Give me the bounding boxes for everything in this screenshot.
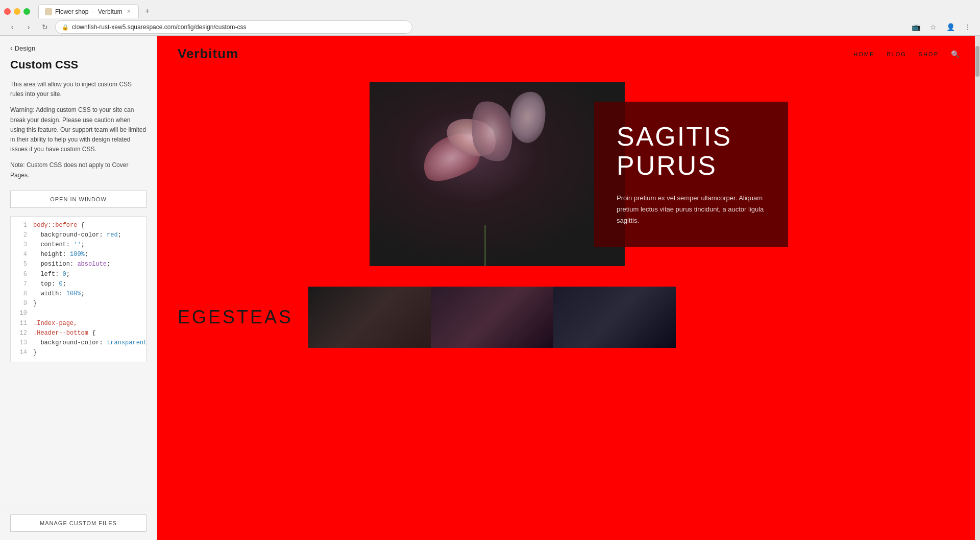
code-line: 5 position: absolute; <box>11 260 146 269</box>
hero-text-block: SAGITIS PURUS Proin pretium ex vel sempe… <box>594 102 788 247</box>
code-line: 1 body::before { <box>11 221 146 230</box>
flower-stem <box>484 225 486 266</box>
code-line: 3 content: ''; <box>11 240 146 250</box>
tab-bar: Flower shop — Verbitum × + <box>0 0 980 18</box>
sidebar-warning: Warning: Adding custom CSS to your site … <box>10 105 146 154</box>
site-logo: Verbitum <box>178 46 238 62</box>
bottom-thumbnails <box>308 287 676 348</box>
sidebar-header: ‹ Design <box>0 36 157 58</box>
back-to-design-link[interactable]: ‹ Design <box>10 44 35 52</box>
thumbnail-3 <box>553 287 676 348</box>
tab-close-button[interactable]: × <box>125 8 132 15</box>
address-bar-row: ‹ › ↻ 🔒 clownfish-rust-xew5.squarespace.… <box>0 18 980 36</box>
hero-title: SAGITIS PURUS <box>617 122 766 180</box>
hero-section: SAGITIS PURUS Proin pretium ex vel sempe… <box>157 72 980 287</box>
code-line: 14 } <box>11 348 146 358</box>
thumbnail-1 <box>308 287 431 348</box>
search-icon[interactable]: 🔍 <box>951 50 960 58</box>
menu-icon[interactable]: ⋮ <box>962 21 974 33</box>
code-line: 9 } <box>11 299 146 309</box>
sidebar-note: Note: Custom CSS does not apply to Cover… <box>10 160 146 180</box>
reload-button[interactable]: ↻ <box>39 21 51 33</box>
url-text: clownfish-rust-xew5.squarespace.com/conf… <box>72 24 246 31</box>
open-in-window-button[interactable]: OPEN IN WINDOW <box>10 191 146 208</box>
site-nav: HOME BLOG SHOP 🔍 <box>853 50 960 58</box>
sidebar: ‹ Design Custom CSS This area will allow… <box>0 36 157 540</box>
new-tab-button[interactable]: + <box>141 5 153 17</box>
nav-shop-link[interactable]: SHOP <box>919 51 939 57</box>
window-controls <box>4 8 30 15</box>
code-line: 13 background-color: transparent; <box>11 338 146 348</box>
hero-subtitle: Proin pretium ex vel semper ullamcorper.… <box>617 193 766 226</box>
code-line: 12 .Header--bottom { <box>11 328 146 338</box>
forward-button[interactable]: › <box>22 21 35 33</box>
nav-blog-link[interactable]: BLOG <box>887 51 906 57</box>
browser-chrome: Flower shop — Verbitum × + ‹ › ↻ 🔒 clown… <box>0 0 980 36</box>
code-line: 8 width: 100%; <box>11 289 146 299</box>
bottom-section: EGESTEAS <box>157 287 980 348</box>
site-header: Verbitum HOME BLOG SHOP 🔍 <box>157 36 980 72</box>
manage-custom-files-button[interactable]: MANAGE CUSTOM FILES <box>10 514 146 532</box>
cast-icon[interactable]: 📺 <box>910 21 922 33</box>
code-line: 4 height: 100%; <box>11 250 146 260</box>
minimize-window-button[interactable] <box>14 8 20 15</box>
profile-icon[interactable]: 👤 <box>944 21 957 33</box>
browser-tab[interactable]: Flower shop — Verbitum × <box>38 4 139 18</box>
code-line: 7 top: 0; <box>11 279 146 289</box>
tab-favicon <box>45 8 52 15</box>
hero-image <box>370 82 625 266</box>
sidebar-title: Custom CSS <box>10 58 146 72</box>
lock-icon: 🔒 <box>62 24 69 31</box>
nav-home-link[interactable]: HOME <box>853 51 874 57</box>
sidebar-description: This area will allow you to inject custo… <box>10 80 146 99</box>
back-button[interactable]: ‹ <box>6 21 18 33</box>
main-layout: ‹ Design Custom CSS This area will allow… <box>0 36 980 540</box>
address-bar[interactable]: 🔒 clownfish-rust-xew5.squarespace.com/co… <box>55 20 412 34</box>
sidebar-content: Custom CSS This area will allow you to i… <box>0 58 157 506</box>
code-line: 10 <box>11 309 146 318</box>
bottom-text: EGESTEAS <box>178 296 293 338</box>
thumbnail-2 <box>431 287 553 348</box>
code-line: 2 background-color: red; <box>11 230 146 240</box>
code-line: 11 .Index-page, <box>11 319 146 328</box>
toolbar-right: 📺 ☆ 👤 ⋮ <box>910 21 974 33</box>
maximize-window-button[interactable] <box>23 8 30 15</box>
back-arrow-icon: ‹ <box>10 44 13 52</box>
close-window-button[interactable] <box>4 8 11 15</box>
preview-area: Verbitum HOME BLOG SHOP 🔍 SAGITIS PURUS … <box>157 36 980 540</box>
tab-title: Flower shop — Verbitum <box>55 8 122 15</box>
code-line: 6 left: 0; <box>11 270 146 279</box>
bookmark-icon[interactable]: ☆ <box>927 21 939 33</box>
manage-files-section: MANAGE CUSTOM FILES <box>0 506 157 540</box>
code-editor[interactable]: 1 body::before { 2 background-color: red… <box>10 216 146 363</box>
back-label: Design <box>15 44 35 52</box>
